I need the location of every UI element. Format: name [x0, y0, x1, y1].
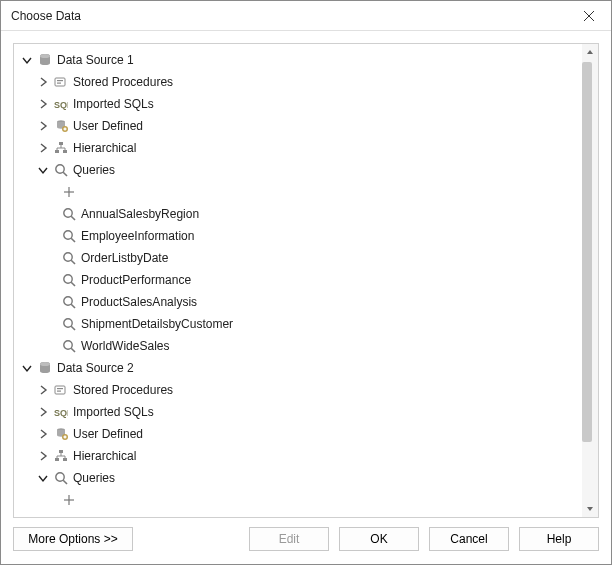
chevron-right-icon [38, 451, 48, 461]
tree-data-source[interactable]: Data Source 2 [19, 357, 582, 379]
tree-query-item[interactable]: WorldWideSales [19, 335, 582, 357]
tree-category-queries[interactable]: Queries [19, 467, 582, 489]
tree-item-label: WorldWideSales [81, 335, 169, 357]
tree-category-queries[interactable]: Queries [19, 159, 582, 181]
chevron-right-icon [38, 99, 48, 109]
tree-query-item[interactable]: ProductPerformance [19, 269, 582, 291]
tree-item-label: Data Source 2 [57, 357, 134, 379]
user-defined-icon [53, 426, 69, 442]
expand-toggle[interactable] [37, 142, 49, 154]
tree-item-label: Imported SQLs [73, 93, 154, 115]
query-icon [53, 470, 69, 486]
hierarchical-icon [53, 448, 69, 464]
query-icon [61, 316, 77, 332]
tree-item-label: Stored Procedures [73, 71, 173, 93]
more-options-button[interactable]: More Options >> [13, 527, 133, 551]
collapse-toggle[interactable] [37, 164, 49, 176]
scroll-thumb[interactable] [582, 62, 592, 442]
tree-new-query[interactable] [19, 181, 582, 203]
dialog-choose-data: Choose Data Data Source 1Stored Procedur… [0, 0, 612, 565]
chevron-down-icon [22, 55, 32, 65]
expand-toggle[interactable] [37, 450, 49, 462]
query-icon [61, 250, 77, 266]
data-source-tree[interactable]: Data Source 1Stored ProceduresImported S… [14, 44, 582, 517]
tree-category-imported-sqls[interactable]: Imported SQLs [19, 93, 582, 115]
tree-category-stored-procedures[interactable]: Stored Procedures [19, 379, 582, 401]
stored-procedures-icon [53, 74, 69, 90]
tree-query-item[interactable]: ShipmentDetailsbyCustomer [19, 313, 582, 335]
dialog-title: Choose Data [11, 9, 81, 23]
tree-item-label: User Defined [73, 423, 143, 445]
expand-toggle[interactable] [37, 428, 49, 440]
tree-item-label: Imported SQLs [73, 401, 154, 423]
titlebar: Choose Data [1, 1, 611, 31]
tree-item-label: Hierarchical [73, 137, 136, 159]
close-icon [584, 11, 594, 21]
sql-icon [53, 404, 69, 420]
tree-query-item[interactable]: EmployeeInformation [19, 225, 582, 247]
database-icon [37, 360, 53, 376]
chevron-down-icon [38, 473, 48, 483]
query-icon [61, 228, 77, 244]
tree-category-user-defined[interactable]: User Defined [19, 115, 582, 137]
sql-icon [53, 96, 69, 112]
collapse-toggle[interactable] [21, 54, 33, 66]
tree-query-item[interactable]: OrderListbyDate [19, 247, 582, 269]
tree-query-item[interactable]: ProductSalesAnalysis [19, 291, 582, 313]
tree-item-label: AnnualSalesbyRegion [81, 203, 199, 225]
tree-query-item[interactable]: AnnualSalesbyRegion [19, 203, 582, 225]
scroll-up-button[interactable] [582, 44, 598, 60]
vertical-scrollbar[interactable] [582, 44, 598, 517]
edit-button[interactable]: Edit [249, 527, 329, 551]
tree-category-hierarchical[interactable]: Hierarchical [19, 445, 582, 467]
expand-toggle[interactable] [37, 406, 49, 418]
scroll-down-button[interactable] [582, 501, 598, 517]
tree-new-query[interactable] [19, 489, 582, 511]
close-button[interactable] [567, 1, 611, 31]
scroll-track[interactable] [582, 60, 598, 501]
chevron-down-icon [38, 165, 48, 175]
tree-item-label: Stored Procedures [73, 379, 173, 401]
tree-item-label: Hierarchical [73, 445, 136, 467]
chevron-down-icon [22, 363, 32, 373]
expand-toggle[interactable] [37, 98, 49, 110]
tree-item-label: ProductPerformance [81, 269, 191, 291]
dialog-body: Data Source 1Stored ProceduresImported S… [1, 31, 611, 564]
chevron-right-icon [38, 429, 48, 439]
tree-item-label: Queries [73, 159, 115, 181]
tree-category-hierarchical[interactable]: Hierarchical [19, 137, 582, 159]
tree-item-label: ShipmentDetailsbyCustomer [81, 313, 233, 335]
tree-category-stored-procedures[interactable]: Stored Procedures [19, 71, 582, 93]
tree-category-imported-sqls[interactable]: Imported SQLs [19, 401, 582, 423]
expand-toggle[interactable] [37, 120, 49, 132]
query-icon [53, 162, 69, 178]
plus-icon [61, 184, 77, 200]
tree-item-label: ProductSalesAnalysis [81, 291, 197, 313]
collapse-toggle[interactable] [37, 472, 49, 484]
dialog-button-row: More Options >> Edit OK Cancel Help [13, 518, 599, 552]
tree-item-label: Queries [73, 467, 115, 489]
chevron-right-icon [38, 121, 48, 131]
ok-button[interactable]: OK [339, 527, 419, 551]
stored-procedures-icon [53, 382, 69, 398]
plus-icon [61, 492, 77, 508]
chevron-right-icon [38, 143, 48, 153]
tree-item-label: User Defined [73, 115, 143, 137]
expand-toggle[interactable] [37, 384, 49, 396]
help-button[interactable]: Help [519, 527, 599, 551]
tree-category-user-defined[interactable]: User Defined [19, 423, 582, 445]
hierarchical-icon [53, 140, 69, 156]
chevron-right-icon [38, 385, 48, 395]
cancel-button[interactable]: Cancel [429, 527, 509, 551]
query-icon [61, 294, 77, 310]
tree-data-source[interactable]: Data Source 1 [19, 49, 582, 71]
tree-item-label: Data Source 1 [57, 49, 134, 71]
query-icon [61, 206, 77, 222]
chevron-right-icon [38, 407, 48, 417]
tree-item-label: OrderListbyDate [81, 247, 168, 269]
expand-toggle[interactable] [37, 76, 49, 88]
query-icon [61, 272, 77, 288]
collapse-toggle[interactable] [21, 362, 33, 374]
tree-panel: Data Source 1Stored ProceduresImported S… [13, 43, 599, 518]
user-defined-icon [53, 118, 69, 134]
